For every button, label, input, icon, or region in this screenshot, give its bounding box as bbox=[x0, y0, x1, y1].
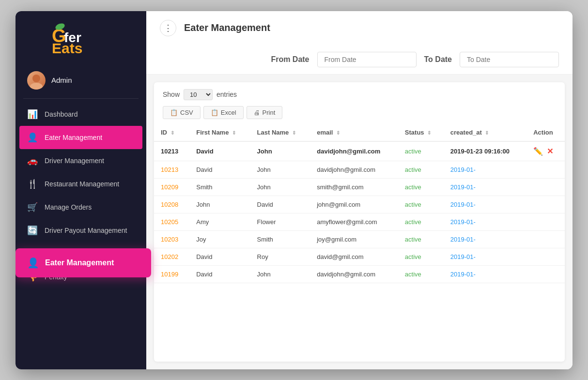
cell-date: 2019-01- bbox=[444, 265, 526, 283]
col-first-name[interactable]: First Name ⇕ bbox=[189, 124, 250, 141]
delete-icon[interactable]: ✕ bbox=[547, 147, 553, 156]
cell-date: 2019-01- bbox=[444, 161, 526, 178]
user-icon: 👤 bbox=[27, 132, 38, 143]
table-row: 10213 David John davidjohn@gmil.com acti… bbox=[154, 141, 565, 161]
id-link[interactable]: 10209 bbox=[161, 183, 178, 191]
table-row: 10203 Joy Smith joy@gmil.com active 2019… bbox=[154, 230, 565, 248]
cell-id: 10205 bbox=[154, 213, 189, 230]
id-link[interactable]: 10208 bbox=[161, 201, 178, 208]
cell-date: 2019-01-23 09:16:00 bbox=[444, 141, 526, 161]
cell-date: 2019-01- bbox=[444, 213, 526, 230]
cell-action bbox=[526, 213, 565, 230]
cell-id: 10209 bbox=[154, 178, 189, 196]
cell-last-name: Smith bbox=[250, 230, 310, 248]
sort-icon-status: ⇕ bbox=[427, 130, 431, 136]
cell-date: 2019-01- bbox=[444, 230, 526, 248]
orders-icon: 🛒 bbox=[27, 202, 38, 213]
dashboard-icon: 📊 bbox=[27, 109, 38, 120]
cell-date: 2019-01- bbox=[444, 196, 526, 213]
cell-status: active bbox=[398, 161, 444, 178]
table-row: 10209 Smith John smith@gmil.com active 2… bbox=[154, 178, 565, 196]
entries-label: entries bbox=[217, 91, 237, 98]
cell-status: active bbox=[398, 230, 444, 248]
car-icon: 🚗 bbox=[27, 155, 38, 166]
col-email[interactable]: email ⇕ bbox=[310, 124, 398, 141]
sidebar-item-driver-management[interactable]: 🚗 Driver Management bbox=[15, 149, 146, 172]
status-badge: active bbox=[405, 201, 421, 208]
excel-button[interactable]: 📋 Excel bbox=[203, 106, 244, 119]
sort-icon-created: ⇕ bbox=[485, 130, 489, 136]
cell-first-name: John bbox=[189, 196, 250, 213]
sort-icon-lastname: ⇕ bbox=[292, 130, 296, 136]
table-row: 10199 David John davidjohn@gmil.com acti… bbox=[154, 265, 565, 283]
cell-action: ✏️✕ bbox=[526, 141, 565, 161]
csv-button[interactable]: 📋 CSV bbox=[163, 106, 201, 119]
status-badge: active bbox=[405, 236, 421, 243]
sidebar-item-label: Dashboard bbox=[45, 110, 78, 118]
cell-first-name: David bbox=[189, 265, 250, 283]
cell-email: davidjohn@gmil.com bbox=[310, 265, 398, 283]
main-header: ⋮ Eater Management bbox=[146, 11, 573, 45]
cell-status: active bbox=[398, 248, 444, 265]
id-link[interactable]: 10205 bbox=[161, 218, 178, 226]
id-link[interactable]: 10203 bbox=[161, 236, 178, 243]
cell-id: 10203 bbox=[154, 230, 189, 248]
date-link[interactable]: 2019-01- bbox=[450, 236, 476, 243]
cell-last-name: David bbox=[250, 196, 310, 213]
cell-id: 10202 bbox=[154, 248, 189, 265]
col-action: Action bbox=[526, 124, 565, 141]
floating-eater-badge: 👤 Eater Management bbox=[15, 248, 151, 277]
cell-action bbox=[526, 265, 565, 283]
restaurant-icon: 🍴 bbox=[27, 179, 38, 189]
entries-select[interactable]: 10 25 50 100 bbox=[184, 89, 213, 100]
cell-email: amyflower@gmil.com bbox=[310, 213, 398, 230]
cell-email: smith@gmil.com bbox=[310, 178, 398, 196]
cell-action bbox=[526, 248, 565, 265]
to-date-input[interactable] bbox=[460, 52, 559, 67]
print-label: Print bbox=[263, 109, 276, 116]
sidebar-item-label: Driver Management bbox=[45, 157, 104, 165]
date-link[interactable]: 2019-01- bbox=[450, 253, 476, 260]
date-link[interactable]: 2019-01- bbox=[450, 271, 476, 278]
id-link[interactable]: 10202 bbox=[161, 253, 178, 260]
date-link[interactable]: 2019-01- bbox=[450, 201, 476, 208]
from-date-input[interactable] bbox=[317, 52, 417, 67]
cell-first-name: David bbox=[189, 248, 250, 265]
date-link[interactable]: 2019-01- bbox=[450, 166, 476, 173]
table-body: 10213 David John davidjohn@gmil.com acti… bbox=[154, 141, 565, 283]
sort-icon-firstname: ⇕ bbox=[232, 130, 236, 136]
print-button[interactable]: 🖨 Print bbox=[247, 106, 283, 119]
col-id[interactable]: ID ⇕ bbox=[154, 124, 189, 141]
from-date-label: From Date bbox=[271, 55, 309, 64]
cell-status: active bbox=[398, 196, 444, 213]
cell-id: 10213 bbox=[154, 161, 189, 178]
sidebar-item-restaurant-management[interactable]: 🍴 Restaurant Management bbox=[15, 172, 146, 196]
table-row: 10213 David John davidjohn@gmil.com acti… bbox=[154, 161, 565, 178]
id-link[interactable]: 10213 bbox=[161, 166, 178, 173]
col-created-at[interactable]: created_at ⇕ bbox=[444, 124, 526, 141]
sidebar-item-eater-management[interactable]: 👤 Eater Management bbox=[19, 126, 142, 149]
status-badge: active bbox=[405, 218, 421, 226]
table-row: 10205 Amy Flower amyflower@gmil.com acti… bbox=[154, 213, 565, 230]
cell-date: 2019-01- bbox=[444, 178, 526, 196]
col-last-name[interactable]: Last Name ⇕ bbox=[250, 124, 310, 141]
avatar bbox=[27, 71, 46, 90]
cell-email: john@gmil.com bbox=[310, 196, 398, 213]
sidebar-item-manage-orders[interactable]: 🛒 Manage Orders bbox=[15, 196, 146, 219]
sidebar-item-label: Restaurant Management bbox=[45, 180, 119, 188]
cell-first-name: Amy bbox=[189, 213, 250, 230]
sidebar-item-dashboard[interactable]: 📊 Dashboard bbox=[15, 103, 146, 126]
table-scroll[interactable]: ID ⇕ First Name ⇕ Last Name ⇕ email ⇕ St… bbox=[154, 124, 565, 362]
cell-last-name: John bbox=[250, 265, 310, 283]
id-link[interactable]: 10199 bbox=[161, 271, 178, 278]
sidebar-item-driver-payout-management[interactable]: 🔄 Driver Payout Management bbox=[15, 219, 146, 242]
date-link[interactable]: 2019-01- bbox=[450, 218, 476, 226]
edit-icon[interactable]: ✏️ bbox=[533, 147, 543, 156]
excel-icon: 📋 bbox=[211, 109, 218, 116]
sidebar-item-label: Driver Payout Management bbox=[45, 227, 127, 234]
menu-dots-button[interactable]: ⋮ bbox=[160, 20, 176, 36]
date-link[interactable]: 2019-01- bbox=[450, 183, 476, 191]
cell-email: davidjohn@gmil.com bbox=[310, 141, 398, 161]
col-status[interactable]: Status ⇕ bbox=[398, 124, 444, 141]
admin-profile: Admin bbox=[15, 66, 146, 98]
